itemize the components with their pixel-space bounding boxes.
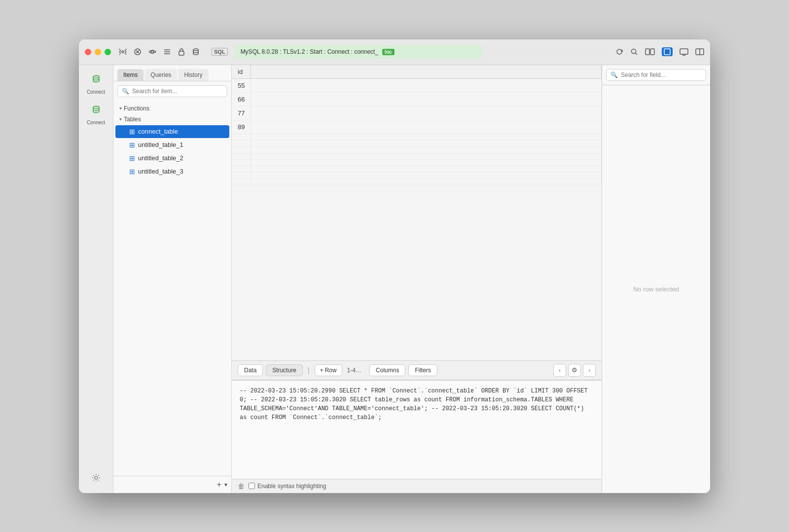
right-panel-search: 🔍 (602, 65, 710, 85)
search-icon-small: 🔍 (122, 88, 129, 95)
refresh-icon[interactable] (615, 48, 623, 56)
split-vertical-icon[interactable] (645, 48, 655, 56)
activity-item-connect2[interactable]: Connect (82, 101, 110, 129)
table-row[interactable]: 77 (232, 106, 602, 120)
cell-id[interactable] (232, 153, 251, 159)
sidebar-panel: Items Queries History 🔍 ▾ Functions ▾ (113, 65, 232, 493)
tree-item-label-connect-table: connect_table (138, 128, 178, 135)
antenna-icon[interactable] (119, 48, 127, 56)
table-row[interactable] (232, 166, 602, 172)
cell-id[interactable] (232, 159, 251, 166)
cell-empty (251, 172, 602, 178)
right-search-wrap[interactable]: 🔍 (606, 69, 706, 81)
cell-id[interactable]: 55 (232, 78, 251, 92)
database-icon[interactable] (192, 48, 200, 56)
table-row[interactable]: 66 (232, 92, 602, 106)
table-row[interactable] (232, 159, 602, 166)
search-icon[interactable] (630, 48, 638, 56)
filters-button[interactable]: Filters (408, 364, 437, 376)
col-header-id[interactable]: id (232, 65, 251, 79)
search-input[interactable] (132, 88, 223, 95)
syntax-checkbox[interactable] (249, 483, 255, 489)
single-panel-icon[interactable] (662, 47, 673, 56)
cell-empty (251, 106, 602, 120)
activity-item-connect1[interactable]: Connect (82, 70, 110, 99)
eye-icon[interactable] (148, 48, 156, 56)
trash-icon[interactable]: 🗑 (238, 482, 245, 490)
sidebar-tree: ▾ Functions ▾ Tables ⊞ connect_table ⊞ u… (113, 101, 231, 476)
close-button[interactable] (85, 49, 91, 55)
lock-icon[interactable] (178, 48, 185, 56)
monitor-icon[interactable] (680, 48, 688, 56)
tree-item-untitled2[interactable]: ⊞ untitled_table_2 (115, 152, 229, 165)
cell-id[interactable]: 89 (232, 120, 251, 134)
sql-badge: SQL (212, 48, 228, 56)
loc-badge: loc (382, 49, 394, 55)
cell-id[interactable]: 77 (232, 106, 251, 120)
data-tab-button[interactable]: Data (238, 364, 263, 376)
table-row[interactable] (232, 178, 602, 185)
table-row[interactable] (232, 172, 602, 178)
cell-empty (251, 146, 602, 153)
tab-queries[interactable]: Queries (144, 69, 177, 81)
sidebar-tabs: Items Queries History (113, 65, 231, 81)
cell-id[interactable] (232, 178, 251, 185)
prev-page-button[interactable]: ‹ (553, 364, 566, 377)
table-row[interactable] (232, 153, 602, 159)
cell-id[interactable] (232, 172, 251, 178)
cell-id[interactable] (232, 134, 251, 140)
table-row[interactable] (232, 134, 602, 140)
next-page-button[interactable]: › (583, 364, 596, 377)
lines-icon[interactable] (163, 48, 171, 56)
cell-empty (251, 78, 602, 92)
table-row[interactable] (232, 146, 602, 153)
tree-section-tables[interactable]: ▾ Tables (113, 114, 231, 125)
tab-items[interactable]: Items (117, 69, 143, 81)
no-row-selected-label: No row selected (602, 85, 710, 493)
titlebar-right-icons (615, 47, 704, 56)
tree-item-connect-table[interactable]: ⊞ connect_table (115, 125, 229, 138)
svg-rect-13 (650, 49, 654, 55)
minimize-button[interactable] (95, 49, 101, 55)
connection-bar[interactable]: MySQL 8.0.28 : TLSv1.2 : Start : Connect… (236, 45, 482, 59)
settings-button[interactable]: ⚙ (568, 364, 581, 377)
functions-arrow-icon: ▾ (119, 106, 122, 111)
dropdown-arrow-icon[interactable]: ▾ (224, 481, 227, 488)
tree-item-untitled3[interactable]: ⊞ untitled_table_3 (115, 165, 229, 178)
svg-point-9 (193, 49, 198, 51)
cell-id[interactable]: 66 (232, 92, 251, 106)
table-row[interactable]: 89 (232, 120, 602, 134)
cell-id[interactable] (232, 140, 251, 146)
connection-string: MySQL 8.0.28 : TLSv1.2 : Start : Connect… (241, 48, 378, 55)
columns-button[interactable]: Columns (369, 364, 405, 376)
layout-icon[interactable] (695, 48, 704, 56)
tree-item-untitled1[interactable]: ⊞ untitled_table_1 (115, 139, 229, 151)
toolbar-separator: | (306, 366, 312, 374)
add-item-button[interactable]: + (217, 480, 221, 489)
tables-label: Tables (124, 116, 141, 123)
titlebar: SQL MySQL 8.0.28 : TLSv1.2 : Start : Con… (79, 39, 710, 65)
db-icon-1 (91, 74, 102, 87)
tab-history[interactable]: History (178, 69, 208, 81)
structure-tab-button[interactable]: Structure (266, 364, 303, 376)
table-row[interactable] (232, 140, 602, 146)
add-row-button[interactable]: + Row (315, 364, 342, 376)
main-area: id 55667789 Data Structure | + (232, 65, 602, 493)
maximize-button[interactable] (105, 49, 111, 55)
table-icon-1: ⊞ (129, 128, 135, 136)
settings-icon[interactable] (89, 470, 104, 487)
cell-id[interactable] (232, 166, 251, 172)
syntax-highlight-wrap[interactable]: Enable syntax highlighting (249, 483, 326, 490)
svg-point-20 (93, 106, 99, 108)
cell-id[interactable] (232, 146, 251, 153)
field-search-input[interactable] (621, 71, 702, 78)
svg-point-21 (95, 476, 98, 479)
query-log: -- 2022-03-23 15:05:20.2990 SELECT * FRO… (232, 380, 602, 479)
svg-rect-8 (179, 51, 184, 55)
data-table-wrapper[interactable]: id 55667789 (232, 65, 602, 361)
search-wrap[interactable]: 🔍 (117, 85, 227, 97)
table-row[interactable]: 55 (232, 78, 602, 92)
tree-section-functions[interactable]: ▾ Functions (113, 103, 231, 114)
x-circle-icon[interactable] (134, 48, 142, 56)
sidebar-footer: + ▾ (113, 476, 231, 493)
